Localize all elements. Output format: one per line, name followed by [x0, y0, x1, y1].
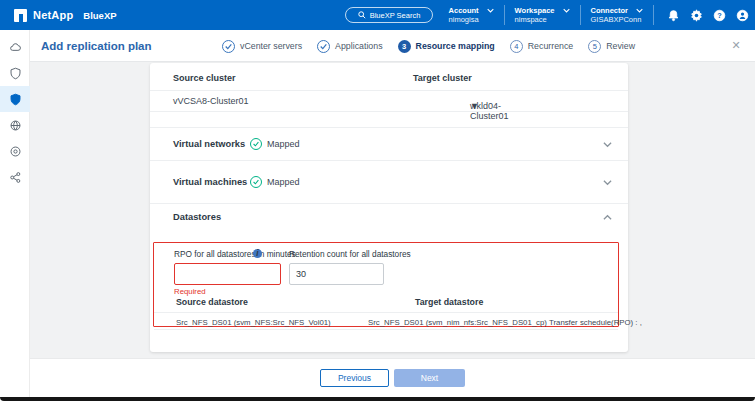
page-title: Add replication plan	[41, 40, 152, 52]
step-review[interactable]: 5 Review	[588, 40, 635, 53]
check-circle-icon	[253, 141, 259, 147]
shield-outline-icon	[9, 67, 22, 80]
rpo-label-row: RPO for all datastores in minutes i Rete…	[154, 249, 618, 260]
cluster-value-row: vVCSA8-Cluster01 wkld04-Cluster01 ▼	[150, 91, 628, 112]
retention-label: Retention count for all datastores	[289, 249, 411, 259]
chevron-down-icon	[636, 7, 643, 14]
sidebar-item-mobility[interactable]	[0, 112, 30, 138]
chevron-down-icon[interactable]	[603, 140, 612, 149]
sidebar-item-protection[interactable]	[0, 86, 30, 112]
wizard-header: Add replication plan vCenter servers App…	[30, 30, 755, 62]
datastores-rpo-panel: RPO for all datastores in minutes i Rete…	[153, 242, 619, 327]
previous-button[interactable]: Previous	[320, 369, 389, 387]
caret-down-icon: ▼	[470, 101, 479, 111]
required-error-text: Required	[174, 287, 618, 296]
rpo-label: RPO for all datastores in minutes	[174, 249, 296, 259]
account-menu-label: Account	[449, 6, 479, 15]
shield-filled-icon	[9, 93, 22, 106]
search-label: BlueXP Search	[370, 11, 421, 20]
top-bar-right: Account nimogisa Workspace nimspace Conn…	[439, 0, 749, 30]
chevron-down-icon	[563, 7, 570, 14]
globe-sync-icon	[9, 119, 22, 132]
search-icon	[358, 11, 366, 19]
account-menu[interactable]: Account nimogisa	[439, 5, 504, 25]
bluexp-search[interactable]: BlueXP Search	[345, 7, 433, 23]
connector-menu[interactable]: Connector GISABXPConn	[580, 5, 654, 25]
connector-menu-value: GISABXPConn	[591, 15, 644, 24]
brand-name: NetApp	[33, 9, 73, 21]
top-icon-group: ?	[653, 5, 749, 25]
virtual-networks-section[interactable]: Virtual networks Mapped	[150, 127, 628, 160]
source-cluster-header: Source cluster	[173, 73, 236, 83]
account-menu-value: nimogisa	[449, 15, 494, 24]
source-datastore-value: Src_NFS_DS01 (svm_NFS:Src_NFS_Vol01)	[176, 318, 331, 327]
share-nodes-icon	[9, 171, 22, 184]
nav-sidebar	[0, 30, 30, 397]
next-button[interactable]: Next	[394, 369, 465, 387]
svg-text:?: ?	[717, 10, 722, 19]
sidebar-item-governance[interactable]	[0, 164, 30, 190]
chevron-down-icon	[487, 7, 494, 14]
retention-input[interactable]	[289, 263, 384, 285]
spacer	[150, 112, 628, 127]
rpo-input[interactable]	[174, 263, 281, 285]
check-icon	[320, 43, 327, 50]
step-resource-mapping[interactable]: 3 Resource mapping	[398, 40, 495, 53]
info-icon[interactable]: i	[253, 249, 262, 258]
resource-mapping-card: Source cluster Target cluster vVCSA8-Clu…	[150, 63, 628, 352]
target-datastore-value: Src_NFS_DS01 (svm_nim_nfs:Src_NFS_DS01_c…	[368, 318, 642, 327]
rpo-input-row	[154, 263, 618, 285]
help-icon[interactable]: ?	[712, 8, 726, 22]
datastore-table-header: Source datastore Target datastore	[154, 297, 618, 310]
step-vcenter-servers[interactable]: vCenter servers	[222, 40, 302, 53]
datastore-table-row: Src_NFS_DS01 (svm_NFS:Src_NFS_Vol01) Src…	[154, 312, 618, 330]
connector-menu-label: Connector	[591, 6, 629, 15]
workspace-menu[interactable]: Workspace nimspace	[504, 5, 580, 25]
user-icon[interactable]	[735, 8, 749, 22]
chevron-up-icon[interactable]	[603, 213, 612, 222]
window-edge	[0, 397, 755, 401]
cloud-icon	[9, 41, 22, 54]
workspace-menu-value: nimspace	[515, 15, 570, 24]
check-icon	[225, 43, 232, 50]
cluster-header-row: Source cluster Target cluster	[150, 63, 628, 91]
gear-icon[interactable]	[689, 8, 703, 22]
sidebar-item-extensions[interactable]	[0, 138, 30, 164]
step-recurrence[interactable]: 4 Recurrence	[510, 40, 573, 53]
netapp-logo[interactable]: NetApp BlueXP	[14, 9, 117, 22]
virtual-machines-status: Mapped	[250, 176, 300, 188]
workspace-menu-label: Workspace	[515, 6, 555, 15]
gear-ring-icon	[9, 145, 22, 158]
chevron-down-icon[interactable]	[603, 178, 612, 187]
top-app-bar: NetApp BlueXP BlueXP Search Account nimo…	[0, 0, 755, 30]
wizard-stepper: vCenter servers Applications 3 Resource …	[222, 30, 635, 62]
close-icon[interactable]: ✕	[730, 39, 742, 51]
target-datastore-header: Target datastore	[415, 297, 483, 307]
product-name: BlueXP	[83, 10, 116, 21]
virtual-networks-status: Mapped	[250, 138, 300, 150]
source-datastore-header: Source datastore	[176, 297, 248, 307]
sidebar-item-storage[interactable]	[0, 34, 30, 60]
check-circle-icon	[253, 179, 259, 185]
step-applications[interactable]: Applications	[317, 40, 382, 53]
target-cluster-header: Target cluster	[413, 73, 472, 83]
bell-icon[interactable]	[666, 8, 680, 22]
sidebar-item-health[interactable]	[0, 60, 30, 86]
virtual-machines-section[interactable]: Virtual machines Mapped	[150, 160, 628, 203]
source-cluster-value: vVCSA8-Cluster01	[173, 96, 249, 106]
datastores-section-header[interactable]: Datastores	[150, 203, 628, 230]
wizard-footer: Previous Next	[30, 358, 755, 397]
netapp-logo-icon	[14, 9, 27, 22]
content-area: Source cluster Target cluster vVCSA8-Clu…	[30, 62, 755, 358]
